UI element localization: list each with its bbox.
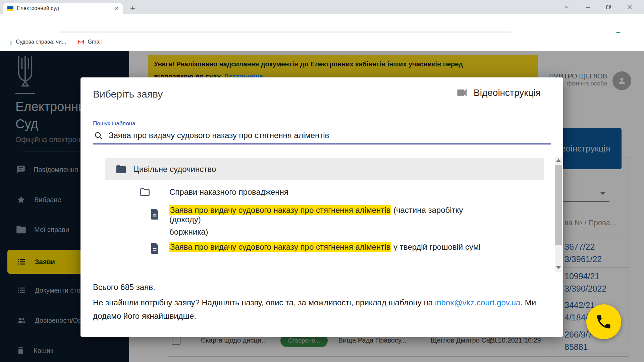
scroll-down-arrow[interactable]: [556, 266, 561, 269]
gmail-icon: [77, 39, 84, 44]
search-icon: [94, 131, 103, 140]
scrollbar-thumb[interactable]: [555, 165, 562, 245]
tab-search-chevron-icon[interactable]: [563, 3, 570, 11]
new-tab-button[interactable]: +: [130, 3, 135, 13]
search-label: Пошук шаблона: [93, 120, 135, 127]
tree-subfolder-row[interactable]: Справи наказного провадження: [140, 182, 542, 202]
browser-toolbar: cabinet.court.gov.ua/claims: [0, 14, 644, 33]
scroll-up-arrow[interactable]: [556, 159, 561, 162]
browser-tab[interactable]: Електронний суд ✕: [3, 3, 123, 14]
modal-scrollbar[interactable]: [555, 157, 562, 272]
search-highlight: Заява про видачу судового наказу про стя…: [169, 205, 391, 215]
browser-tabstrip: Електронний суд ✕ +: [0, 0, 644, 14]
tree-folder-row[interactable]: Цивільне судочинство: [105, 158, 544, 180]
bookmark-j-icon: j: [10, 38, 12, 46]
modal-title: Виберіть заяву: [93, 88, 163, 100]
folder-icon: [116, 165, 126, 174]
search-underline: [93, 143, 551, 144]
search-highlight: Заява про видачу судового наказу про стя…: [169, 242, 391, 252]
search-input[interactable]: [108, 130, 443, 140]
document-icon: [150, 209, 159, 220]
select-claim-modal: Виберіть заяву Відеоінструкція Пошук шаб…: [80, 77, 563, 337]
footer-note: Не знайшли потрібну заяву? Надішліть наз…: [93, 296, 542, 323]
bookmark-gmail[interactable]: Gmail: [77, 39, 102, 45]
ukraine-flag-favicon: [7, 6, 13, 11]
window-minimize-button[interactable]: [584, 3, 592, 11]
folder-outline-icon: [140, 188, 150, 196]
bookmark-court-case[interactable]: j Судова справа: чи...: [10, 38, 66, 46]
support-email-link[interactable]: inbox@vkz.court.gov.ua: [435, 298, 521, 307]
document-icon: [150, 243, 159, 254]
phone-icon: [595, 313, 612, 330]
videocam-icon: [457, 88, 468, 97]
phone-support-button[interactable]: [586, 304, 621, 339]
tab-title: Електронний суд: [17, 5, 114, 11]
screen: Електронний суд ✕ + cabinet.court.gov.ua…: [0, 0, 644, 362]
window-close-button[interactable]: [626, 3, 633, 11]
video-instruction-link[interactable]: Відеоінструкція: [457, 87, 541, 98]
bookmarks-bar: j Судова справа: чи... Gmail: [0, 33, 644, 51]
tab-close-icon[interactable]: ✕: [114, 5, 119, 11]
total-claims-text: Всього 685 заяв.: [93, 283, 155, 292]
window-restore-button[interactable]: [605, 3, 612, 11]
